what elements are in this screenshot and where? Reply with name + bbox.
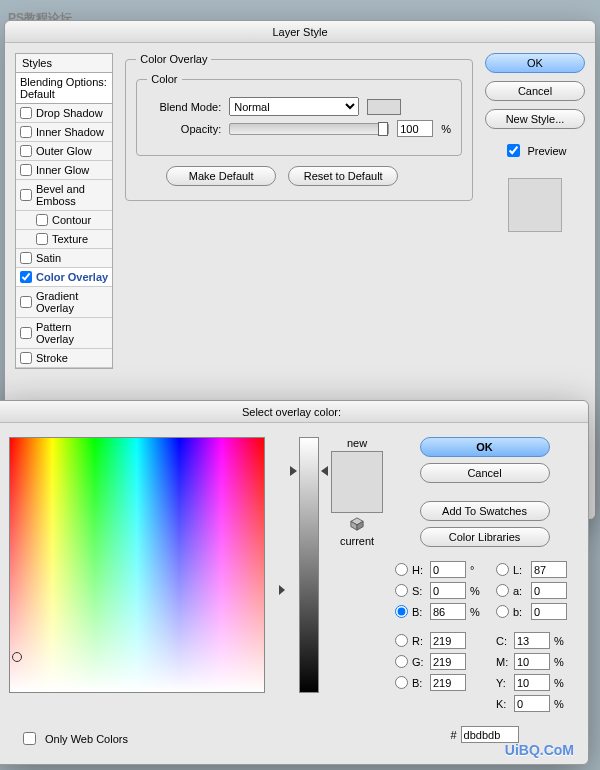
contour-checkbox[interactable] — [36, 214, 48, 226]
bevel-emboss-checkbox[interactable] — [20, 189, 32, 201]
style-pattern-overlay[interactable]: Pattern Overlay — [16, 318, 112, 349]
h-label: H: — [412, 564, 426, 576]
style-color-overlay[interactable]: Color Overlay — [16, 268, 112, 287]
style-inner-shadow[interactable]: Inner Shadow — [16, 123, 112, 142]
h-input[interactable] — [430, 561, 466, 578]
make-default-button[interactable]: Make Default — [166, 166, 276, 186]
s-label: S: — [412, 585, 426, 597]
r-radio[interactable] — [395, 634, 408, 647]
cube-icon[interactable] — [350, 517, 364, 531]
dialog-title: Layer Style — [5, 21, 595, 43]
y-label: Y: — [496, 677, 510, 689]
m-label: M: — [496, 656, 510, 668]
r-input[interactable] — [430, 632, 466, 649]
hex-input[interactable] — [461, 726, 519, 743]
strip-knob-right-icon[interactable] — [321, 466, 328, 476]
satin-label: Satin — [36, 252, 61, 264]
l-input[interactable] — [531, 561, 567, 578]
style-bevel-emboss[interactable]: Bevel and Emboss — [16, 180, 112, 211]
preview-checkbox[interactable] — [507, 144, 520, 157]
inner-glow-label: Inner Glow — [36, 164, 89, 176]
blend-mode-select[interactable]: Normal — [229, 97, 359, 116]
drop-shadow-checkbox[interactable] — [20, 107, 32, 119]
opacity-input[interactable] — [397, 120, 433, 137]
color-group-title: Color — [147, 73, 181, 85]
pattern-overlay-label: Pattern Overlay — [36, 321, 108, 345]
color-spectrum[interactable] — [9, 437, 265, 693]
style-satin[interactable]: Satin — [16, 249, 112, 268]
m-unit: % — [554, 656, 566, 668]
styles-header[interactable]: Styles — [16, 54, 112, 73]
add-to-swatches-button[interactable]: Add To Swatches — [420, 501, 550, 521]
b2-input[interactable] — [430, 674, 466, 691]
new-style-button[interactable]: New Style... — [485, 109, 585, 129]
pattern-overlay-checkbox[interactable] — [20, 327, 32, 339]
style-texture[interactable]: Texture — [16, 230, 112, 249]
h-radio[interactable] — [395, 563, 408, 576]
opacity-slider-thumb[interactable] — [378, 122, 388, 136]
style-inner-glow[interactable]: Inner Glow — [16, 161, 112, 180]
color-overlay-checkbox[interactable] — [20, 271, 32, 283]
only-web-colors-row[interactable]: Only Web Colors — [19, 729, 128, 748]
s-radio[interactable] — [395, 584, 408, 597]
g-input[interactable] — [430, 653, 466, 670]
texture-label: Texture — [52, 233, 88, 245]
c-input[interactable] — [514, 632, 550, 649]
lab-b-label: b: — [513, 606, 527, 618]
outer-glow-checkbox[interactable] — [20, 145, 32, 157]
y-input[interactable] — [514, 674, 550, 691]
style-outer-glow[interactable]: Outer Glow — [16, 142, 112, 161]
spectrum-arrow-icon — [279, 585, 285, 595]
reset-default-button[interactable]: Reset to Default — [288, 166, 398, 186]
color-overlay-label: Color Overlay — [36, 271, 108, 283]
current-label: current — [329, 535, 385, 547]
new-current-swatch[interactable] — [331, 451, 383, 513]
gradient-overlay-checkbox[interactable] — [20, 296, 32, 308]
m-input[interactable] — [514, 653, 550, 670]
preview-checkbox-row[interactable]: Preview — [503, 141, 566, 160]
s-input[interactable] — [430, 582, 466, 599]
style-stroke[interactable]: Stroke — [16, 349, 112, 368]
contour-label: Contour — [52, 214, 91, 226]
inner-shadow-label: Inner Shadow — [36, 126, 104, 138]
cancel-button[interactable]: Cancel — [485, 81, 585, 101]
color-overlay-panel: Color Overlay Color Blend Mode: Normal O… — [125, 53, 473, 369]
bevel-emboss-label: Bevel and Emboss — [36, 183, 108, 207]
style-drop-shadow[interactable]: Drop Shadow — [16, 104, 112, 123]
spectrum-cursor[interactable] — [12, 652, 22, 662]
picker-ok-button[interactable]: OK — [420, 437, 550, 457]
inner-shadow-checkbox[interactable] — [20, 126, 32, 138]
new-label: new — [329, 437, 385, 449]
texture-checkbox[interactable] — [36, 233, 48, 245]
satin-checkbox[interactable] — [20, 252, 32, 264]
drop-shadow-label: Drop Shadow — [36, 107, 103, 119]
b2-radio[interactable] — [395, 676, 408, 689]
b2-label: B: — [412, 677, 426, 689]
strip-knob-left-icon[interactable] — [290, 466, 297, 476]
picker-cancel-button[interactable]: Cancel — [420, 463, 550, 483]
color-libraries-button[interactable]: Color Libraries — [420, 527, 550, 547]
k-input[interactable] — [514, 695, 550, 712]
l-radio[interactable] — [496, 563, 509, 576]
style-contour[interactable]: Contour — [16, 211, 112, 230]
b-unit: % — [470, 606, 482, 618]
brightness-strip[interactable] — [299, 437, 319, 693]
watermark-bottom: UiBQ.CoM — [505, 742, 574, 758]
b-input[interactable] — [430, 603, 466, 620]
overlay-color-swatch[interactable] — [367, 99, 401, 115]
blending-options[interactable]: Blending Options: Default — [16, 73, 112, 104]
style-gradient-overlay[interactable]: Gradient Overlay — [16, 287, 112, 318]
inner-glow-checkbox[interactable] — [20, 164, 32, 176]
lab-b-radio[interactable] — [496, 605, 509, 618]
g-radio[interactable] — [395, 655, 408, 668]
h-unit: ° — [470, 564, 482, 576]
lab-b-input[interactable] — [531, 603, 567, 620]
a-radio[interactable] — [496, 584, 509, 597]
b-radio[interactable] — [395, 605, 408, 618]
stroke-checkbox[interactable] — [20, 352, 32, 364]
dialog-buttons: OK Cancel New Style... Preview — [485, 53, 585, 369]
ok-button[interactable]: OK — [485, 53, 585, 73]
a-input[interactable] — [531, 582, 567, 599]
opacity-slider[interactable] — [229, 123, 389, 135]
only-web-colors-checkbox[interactable] — [23, 732, 36, 745]
